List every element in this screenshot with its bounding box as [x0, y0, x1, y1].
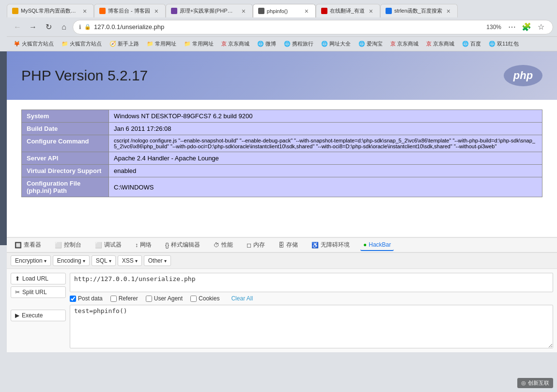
sql-dropdown-arrow: ▾ — [109, 258, 111, 264]
tab-close-php[interactable]: × — [240, 7, 248, 15]
tab-close-blog[interactable]: × — [153, 7, 160, 15]
devtools-tab-perf[interactable]: ⏱ 性能 — [211, 239, 236, 251]
devtools-tab-hackbar[interactable]: ● HackBar — [360, 239, 394, 251]
bm-baidu[interactable]: 🌐百度 — [459, 39, 484, 48]
perf-icon: ⏱ — [214, 242, 219, 249]
bm-icon-1: 🦊 — [14, 41, 20, 47]
execute-button[interactable]: ▶ Execute — [11, 310, 66, 321]
devtools-tab-console[interactable]: ⬜ 控制台 — [52, 239, 84, 251]
extensions-button[interactable]: 🧩 — [521, 21, 532, 33]
forward-button[interactable]: → — [26, 20, 40, 34]
tab-label-youdao: 在线翻译_有道 — [330, 7, 365, 15]
load-url-button[interactable]: ⬆ Load URL — [11, 273, 66, 284]
tab-bar: MySQL常用内置函数教程 × 博客后台 - 博客园 × 原理+实践掌握(PHP… — [7, 0, 557, 17]
bm-weibo[interactable]: 🌐微博 — [254, 39, 279, 48]
network-icon: ↕ — [135, 242, 138, 249]
tab-close-youdao[interactable]: × — [367, 7, 375, 15]
split-url-button[interactable]: ✂ Split URL — [11, 286, 66, 298]
bm-jd2[interactable]: 京京东商城 — [387, 39, 421, 48]
other-menu-button[interactable]: Other ▾ — [144, 255, 171, 266]
table-key-system: System — [22, 110, 109, 123]
accessibility-icon: ♿ — [311, 242, 319, 249]
bm-firefoxofficial1[interactable]: 🦊火狐官方站点 — [11, 39, 57, 48]
table-key-configure: Configure Command — [22, 135, 109, 152]
bm-firefoxofficial2[interactable]: 📁火狐官方站点 — [59, 39, 105, 48]
post-data-checkbox-label[interactable]: Post data — [70, 295, 103, 302]
bm-newuser[interactable]: 🧭新手上路 — [107, 39, 142, 48]
zoom-badge[interactable]: 130% — [484, 23, 503, 31]
table-val-vds: enabled — [109, 165, 542, 177]
referer-checkbox[interactable] — [110, 296, 117, 302]
tab-favicon-mysql — [12, 8, 18, 14]
cookies-checkbox[interactable] — [190, 296, 197, 302]
bm-double11[interactable]: 🌐双11红包 — [486, 39, 522, 48]
table-row: Configure Command cscript /nologo config… — [22, 135, 542, 152]
table-key-serverapi: Server API — [22, 152, 109, 165]
encoding-menu-button[interactable]: Encoding ▾ — [53, 255, 90, 266]
encryption-dropdown-arrow: ▾ — [44, 258, 46, 264]
tab-close-phpinfo[interactable]: × — [303, 7, 310, 15]
clear-all-button[interactable]: Clear All — [231, 295, 253, 302]
encoding-label: Encoding — [57, 257, 81, 264]
other-label: Other — [148, 257, 163, 264]
user-agent-label: User Agent — [154, 295, 183, 302]
tab-strlen[interactable]: strlen函数_百度搜索 × — [380, 4, 458, 17]
devtools-tab-inspector[interactable]: 🔲 查看器 — [12, 239, 44, 251]
xss-menu-button[interactable]: XSS ▾ — [118, 255, 142, 266]
hackbar-postdata-input[interactable] — [70, 305, 553, 348]
more-options-button[interactable]: ⋯ — [506, 21, 518, 33]
cookies-checkbox-label[interactable]: Cookies — [190, 295, 219, 302]
svg-text:php: php — [513, 69, 533, 81]
phpinfo-area: PHP Version 5.2.17 php System Windows NT… — [7, 51, 557, 237]
bookmark-star-button[interactable]: ☆ — [535, 21, 547, 33]
devtools-tab-storage[interactable]: 🗄 存储 — [276, 239, 301, 251]
devtools-tab-accessibility[interactable]: ♿ 无障碍环境 — [309, 239, 353, 251]
encryption-menu-button[interactable]: Encryption ▾ — [11, 255, 51, 266]
table-val-system: Windows NT DESKTOP-89GFCS7 6.2 build 920… — [109, 110, 542, 123]
devtools-tab-debugger[interactable]: ⬜ 调试器 — [92, 239, 124, 251]
bm-weburl[interactable]: 🌐网址大全 — [318, 39, 354, 48]
security-icon: 🔒 — [84, 24, 91, 30]
devtools-tab-memory[interactable]: ◻ 内存 — [244, 239, 268, 251]
user-agent-checkbox-label[interactable]: User Agent — [146, 295, 183, 302]
tab-phpinfo[interactable]: phpinfo() × — [253, 4, 316, 17]
tab-close-strlen[interactable]: × — [445, 7, 452, 15]
bm-commonurl1[interactable]: 📁常用网址 — [144, 39, 179, 48]
devtools-tab-style[interactable]: {} 样式编辑器 — [162, 239, 203, 251]
tab-php[interactable]: 原理+实践掌握(PHP反序列化漏洞) × — [166, 4, 253, 17]
home-button[interactable]: ⌂ — [57, 20, 71, 34]
bm-icon-8: 🌐 — [284, 41, 291, 47]
tab-label-phpinfo: phpinfo() — [267, 8, 300, 14]
bm-jd3[interactable]: 京京东商城 — [423, 39, 457, 48]
tab-youdao[interactable]: 在线翻译_有道 × — [316, 4, 380, 17]
address-box[interactable]: ℹ 🔒 127.0.0.1/unserialize.php 130% ⋯ 🧩 ☆ — [73, 20, 553, 34]
sql-menu-button[interactable]: SQL ▾ — [92, 255, 116, 266]
tab-favicon-youdao — [321, 8, 327, 14]
user-agent-checkbox[interactable] — [146, 296, 152, 302]
address-text[interactable]: 127.0.0.1/unserialize.php — [94, 23, 481, 31]
post-data-checkbox[interactable] — [70, 296, 76, 302]
table-val-configure: cscript /nologo configure.js "--enable-s… — [109, 135, 542, 152]
execute-icon: ▶ — [15, 312, 19, 319]
referer-checkbox-label[interactable]: Referer — [110, 295, 138, 302]
tab-close-mysql[interactable]: × — [81, 7, 89, 15]
reload-button[interactable]: ↻ — [42, 20, 55, 34]
lock-icon: ℹ — [79, 24, 81, 31]
table-row: Virtual Directory Support enabled — [22, 165, 542, 177]
tab-blog[interactable]: 博客后台 - 博客园 × — [94, 4, 166, 17]
encoding-dropdown-arrow: ▾ — [83, 258, 85, 264]
hackbar-url-input[interactable] — [70, 273, 553, 292]
bm-jd1[interactable]: 京京东商城 — [218, 39, 252, 48]
address-bar: ← → ↻ ⌂ ℹ 🔒 127.0.0.1/unserialize.php 13… — [7, 17, 557, 37]
table-key-configpath: Configuration File (php.ini) Path — [22, 177, 109, 197]
tab-label-blog: 博客后台 - 博客园 — [108, 7, 150, 15]
bm-aitaobao[interactable]: 🌐爱淘宝 — [356, 39, 386, 48]
devtools-tab-network[interactable]: ↕ 网络 — [132, 239, 155, 251]
bm-ctrip[interactable]: 🌐携程旅行 — [281, 39, 316, 48]
table-row: System Windows NT DESKTOP-89GFCS7 6.2 bu… — [22, 110, 542, 123]
table-row: Server API Apache 2.4 Handler - Apache L… — [22, 152, 542, 165]
tab-mysql[interactable]: MySQL常用内置函数教程 × — [7, 4, 94, 17]
back-button[interactable]: ← — [11, 20, 24, 34]
bm-icon-6: 京 — [221, 40, 227, 47]
bm-commonurl2[interactable]: 📁常用网址 — [181, 39, 217, 48]
